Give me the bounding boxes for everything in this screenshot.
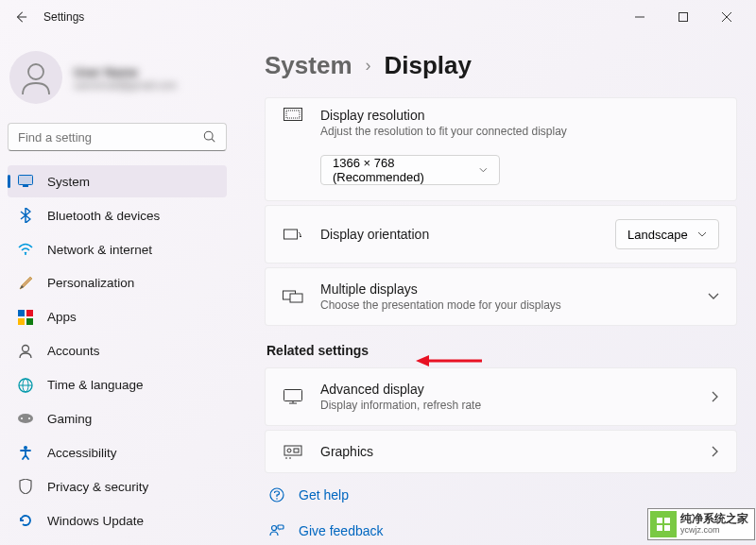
sidebar: User Name useremail@gmail.com System Blu… [0, 34, 234, 545]
main-content: System › Display Display resolution Adju… [234, 34, 756, 545]
profile-section[interactable]: User Name useremail@gmail.com [8, 42, 234, 119]
window-controls [618, 2, 748, 32]
svg-rect-41 [657, 518, 662, 523]
svg-rect-1 [679, 13, 688, 22]
svg-rect-32 [294, 449, 299, 452]
nav-label: System [47, 175, 90, 189]
account-icon [17, 343, 34, 360]
maximize-button[interactable] [662, 2, 705, 32]
nav-label: Privacy & security [47, 480, 148, 494]
svg-rect-12 [18, 318, 25, 325]
related-settings-heading: Related settings [266, 343, 737, 358]
gaming-icon [17, 410, 34, 427]
apps-icon [17, 309, 34, 326]
svg-point-36 [276, 498, 278, 500]
breadcrumb: System › Display [265, 38, 737, 97]
svg-point-31 [287, 449, 291, 452]
multiple-sub: Choose the presentation mode for your di… [320, 298, 691, 312]
svg-point-18 [18, 414, 33, 423]
card-multiple-displays[interactable]: Multiple displays Choose the presentatio… [265, 267, 737, 326]
profile-name: User Name [74, 65, 177, 79]
svg-point-19 [21, 417, 23, 419]
titlebar: Settings [0, 0, 756, 34]
card-advanced-display[interactable]: Advanced display Display information, re… [265, 367, 737, 426]
card-graphics[interactable]: Graphics [265, 430, 737, 473]
nav-label: Apps [47, 310, 77, 324]
breadcrumb-current: Display [385, 51, 472, 80]
svg-rect-27 [284, 390, 302, 401]
back-arrow-icon [14, 10, 27, 24]
sidebar-item-privacy[interactable]: Privacy & security [8, 470, 227, 502]
breadcrumb-parent[interactable]: System [265, 51, 352, 80]
sidebar-item-update[interactable]: Windows Update [8, 504, 227, 536]
multiple-displays-icon [283, 289, 303, 304]
chevron-right-icon: › [366, 56, 371, 76]
graphics-icon [283, 444, 303, 459]
accessibility-icon [17, 444, 34, 461]
advanced-title: Advanced display [320, 382, 695, 397]
orientation-title: Display orientation [320, 227, 598, 242]
resolution-value: 1366 × 768 (Recommended) [333, 156, 470, 184]
nav-label: Accessibility [47, 446, 117, 460]
sidebar-item-system[interactable]: System [8, 165, 227, 197]
svg-point-9 [25, 253, 26, 255]
nav-label: Accounts [47, 344, 100, 358]
nav-list: System Bluetooth & devices Network & int… [8, 164, 234, 537]
chevron-right-icon [712, 446, 719, 457]
sidebar-item-time[interactable]: Time & language [8, 369, 227, 401]
svg-point-14 [23, 345, 29, 351]
sidebar-item-bluetooth[interactable]: Bluetooth & devices [8, 199, 227, 231]
wifi-icon [17, 241, 34, 258]
feedback-text: Give feedback [299, 523, 384, 538]
chevron-right-icon [712, 391, 719, 402]
chevron-down-icon [479, 167, 488, 173]
sidebar-item-accessibility[interactable]: Accessibility [8, 436, 227, 468]
watermark-icon [650, 511, 677, 537]
search-input[interactable] [18, 130, 203, 145]
multiple-title: Multiple displays [320, 281, 691, 297]
svg-rect-13 [26, 318, 33, 325]
card-orientation: Display orientation Landscape [265, 205, 737, 264]
window-title: Settings [43, 10, 84, 24]
svg-rect-10 [18, 310, 25, 316]
chevron-down-icon [697, 231, 707, 237]
svg-rect-24 [284, 230, 298, 239]
help-icon [268, 486, 285, 503]
monitor-icon [283, 389, 303, 404]
svg-point-20 [28, 417, 30, 419]
close-icon [722, 12, 731, 22]
back-button[interactable] [8, 4, 34, 30]
svg-rect-8 [23, 185, 28, 187]
svg-rect-44 [664, 525, 670, 531]
sidebar-item-apps[interactable]: Apps [8, 301, 227, 333]
minimize-button[interactable] [618, 2, 662, 32]
nav-label: Bluetooth & devices [47, 209, 160, 223]
sidebar-item-gaming[interactable]: Gaming [8, 402, 227, 434]
watermark-url: ycwjz.com [680, 526, 748, 536]
sidebar-item-personalization[interactable]: Personalization [8, 267, 227, 299]
nav-label: Gaming [47, 412, 92, 426]
watermark-cn: 纯净系统之家 [680, 513, 748, 525]
resolution-icon [283, 108, 303, 123]
close-button[interactable] [705, 2, 748, 32]
search-box[interactable] [8, 123, 227, 151]
person-icon [17, 59, 55, 96]
sidebar-item-network[interactable]: Network & internet [8, 233, 227, 265]
orientation-icon [283, 227, 303, 242]
svg-rect-43 [657, 525, 662, 531]
resolution-dropdown[interactable]: 1366 × 768 (Recommended) [320, 155, 500, 185]
sidebar-item-accounts[interactable]: Accounts [8, 335, 227, 367]
svg-point-4 [28, 64, 43, 79]
resolution-sub: Adjust the resolution to fit your connec… [320, 125, 719, 138]
shield-icon [17, 478, 34, 495]
advanced-sub: Display information, refresh rate [320, 399, 695, 412]
profile-info: User Name useremail@gmail.com [74, 65, 177, 91]
orientation-dropdown[interactable]: Landscape [615, 219, 719, 249]
svg-point-37 [272, 526, 277, 531]
feedback-icon [268, 522, 285, 539]
svg-point-5 [204, 131, 213, 140]
svg-rect-7 [19, 176, 33, 185]
maximize-icon [679, 12, 688, 22]
svg-rect-38 [278, 525, 284, 529]
graphics-title: Graphics [320, 444, 695, 459]
